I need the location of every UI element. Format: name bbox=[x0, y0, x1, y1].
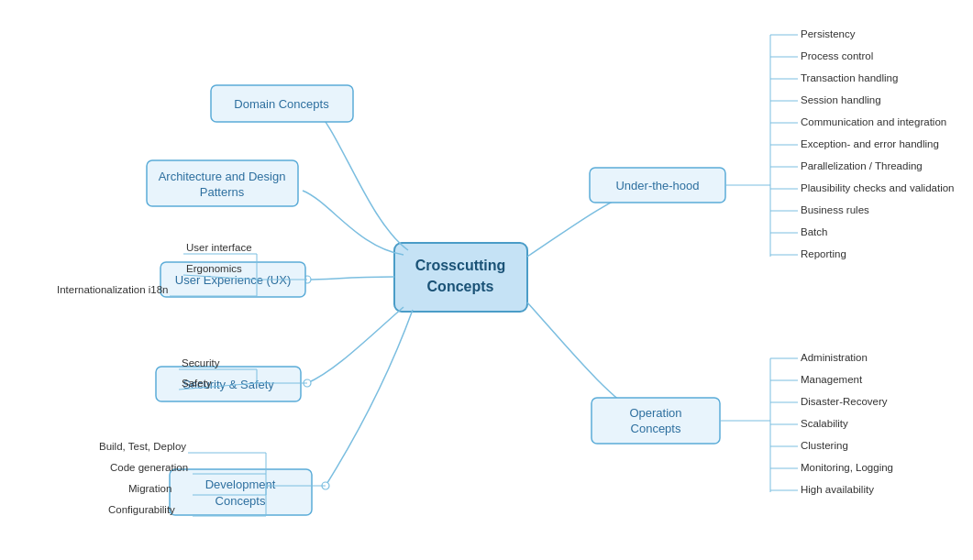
op-label1: Operation bbox=[629, 406, 681, 420]
uth-leaf-communication: Communication and integration bbox=[801, 116, 946, 127]
dev-box[interactable] bbox=[170, 469, 312, 515]
center-node-box[interactable] bbox=[394, 243, 527, 312]
dev-leaf-build: Build, Test, Deploy bbox=[99, 441, 186, 452]
op-leaf-scalability: Scalability bbox=[801, 418, 848, 429]
ux-leaf-userinterface: User interface bbox=[186, 242, 252, 253]
mindmap: Crosscutting Concepts Domain Concepts Ar… bbox=[0, 0, 973, 560]
uth-leaf-persistency: Persistency bbox=[801, 28, 856, 39]
op-leaf-disaster: Disaster-Recovery bbox=[801, 396, 888, 407]
op-leaf-management: Management bbox=[801, 374, 863, 385]
uth-leaf-processcontrol: Process control bbox=[801, 50, 873, 61]
op-leaf-admin: Administration bbox=[801, 352, 868, 363]
uth-leaf-parallel: Parallelization / Threading bbox=[801, 160, 923, 171]
domain-label: Domain Concepts bbox=[234, 97, 329, 111]
uth-leaf-businessrules: Business rules bbox=[801, 204, 869, 215]
uth-leaf-batch: Batch bbox=[801, 226, 827, 237]
uth-leaf-reporting: Reporting bbox=[801, 248, 846, 259]
dev-label1: Development bbox=[205, 478, 276, 491]
op-leaf-highavail: High availability bbox=[801, 484, 874, 495]
dev-label2: Concepts bbox=[216, 494, 266, 508]
ux-leaf-i18n: Internationalization i18n bbox=[57, 284, 168, 295]
uth-leaf-session: Session handling bbox=[801, 94, 881, 105]
connector-security bbox=[307, 307, 404, 383]
sec-leaf-safety: Safety bbox=[182, 378, 212, 389]
op-label2: Concepts bbox=[631, 422, 681, 435]
sec-leaf-security: Security bbox=[182, 357, 220, 368]
ux-leaf-ergonomics: Ergonomics bbox=[186, 263, 242, 274]
op-leaf-monitoring: Monitoring, Logging bbox=[801, 462, 893, 473]
architecture-label2: Patterns bbox=[200, 185, 245, 199]
architecture-box[interactable] bbox=[147, 160, 298, 206]
dev-leaf-config: Configurability bbox=[108, 504, 175, 515]
architecture-label1: Architecture and Design bbox=[159, 170, 286, 183]
dev-leaf-migration: Migration bbox=[128, 483, 171, 494]
uth-leaf-exception: Exception- and error handling bbox=[801, 138, 939, 149]
center-label-line1: Crosscutting bbox=[415, 258, 506, 273]
uth-leaf-plausibility: Plausibility checks and validation bbox=[801, 182, 954, 193]
uth-label: Under-the-hood bbox=[615, 179, 699, 192]
op-box[interactable] bbox=[592, 398, 720, 444]
dev-leaf-codegen: Code generation bbox=[110, 462, 188, 473]
connector-development bbox=[326, 310, 413, 486]
connector-architecture bbox=[303, 191, 404, 255]
center-label-line2: Concepts bbox=[427, 279, 494, 294]
uth-leaf-transaction: Transaction handling bbox=[801, 72, 898, 83]
connector-domain bbox=[312, 105, 408, 250]
connector-ux bbox=[307, 277, 394, 280]
op-leaf-clustering: Clustering bbox=[801, 440, 848, 451]
